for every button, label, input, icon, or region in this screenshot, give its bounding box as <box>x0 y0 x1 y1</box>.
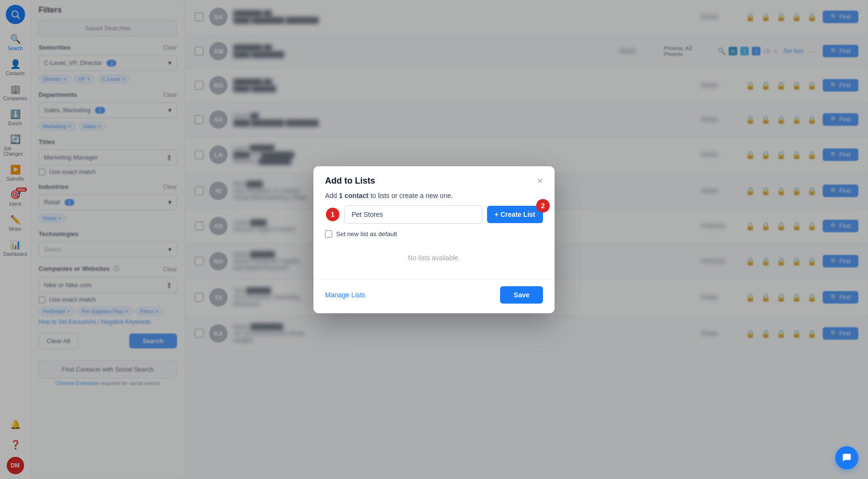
create-list-wrap: 2 + Create List <box>487 206 543 223</box>
list-search-input[interactable] <box>344 205 482 224</box>
modal-title: Add to Lists <box>325 176 375 186</box>
modal-body: 1 2 + Create List Set new list as defaul… <box>313 205 555 279</box>
modal-subtitle: Add 1 contact to lists or create a new o… <box>313 186 555 205</box>
save-button[interactable]: Save <box>500 286 543 304</box>
step-2-badge: 2 <box>536 199 550 213</box>
list-search-row: 1 2 + Create List <box>344 205 543 224</box>
no-lists-message: No lists available. <box>325 244 543 271</box>
modal-footer: Manage Lists Save <box>313 279 555 313</box>
chat-widget[interactable] <box>835 446 858 469</box>
create-list-button[interactable]: + Create List <box>487 206 543 223</box>
manage-lists-link[interactable]: Manage Lists <box>325 291 365 299</box>
modal-overlay: Add to Lists × Add 1 contact to lists or… <box>0 0 868 479</box>
add-to-lists-modal: Add to Lists × Add 1 contact to lists or… <box>313 166 555 313</box>
step-1-badge: 1 <box>326 208 339 221</box>
default-check-row: Set new list as default <box>325 230 543 238</box>
modal-header: Add to Lists × <box>313 166 555 186</box>
set-default-checkbox[interactable] <box>325 230 332 238</box>
modal-close-button[interactable]: × <box>537 176 543 186</box>
